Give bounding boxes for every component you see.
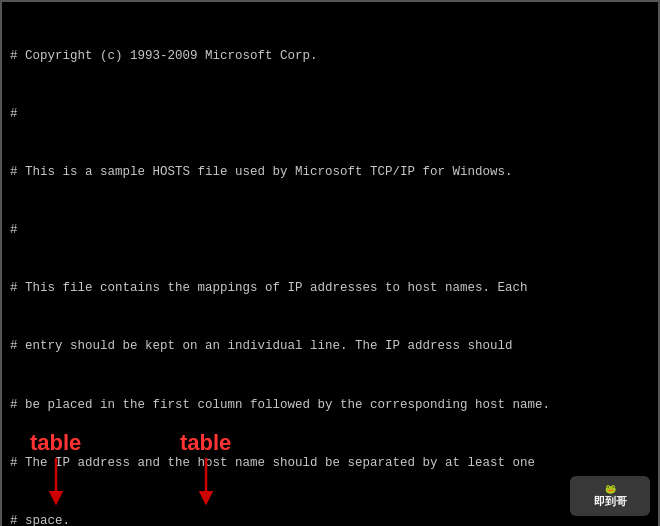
- watermark-text: 即到哥: [594, 494, 627, 509]
- right-table-label: table: [180, 430, 231, 456]
- code-line-2: #: [10, 105, 650, 124]
- code-line-3: # This is a sample HOSTS file used by Mi…: [10, 163, 650, 182]
- watermark-icon: 🐸: [605, 484, 616, 494]
- watermark: 🐸 即到哥: [570, 476, 650, 516]
- right-arrow-icon: [191, 458, 221, 506]
- code-line-9: # space.: [10, 512, 650, 526]
- left-table-label: table: [30, 430, 81, 456]
- main-container: # Copyright (c) 1993-2009 Microsoft Corp…: [0, 0, 660, 526]
- code-line-1: # Copyright (c) 1993-2009 Microsoft Corp…: [10, 47, 650, 66]
- code-line-5: # This file contains the mappings of IP …: [10, 279, 650, 298]
- code-line-6: # entry should be kept on an individual …: [10, 337, 650, 356]
- left-arrow-icon: [41, 458, 71, 506]
- code-line-4: #: [10, 221, 650, 240]
